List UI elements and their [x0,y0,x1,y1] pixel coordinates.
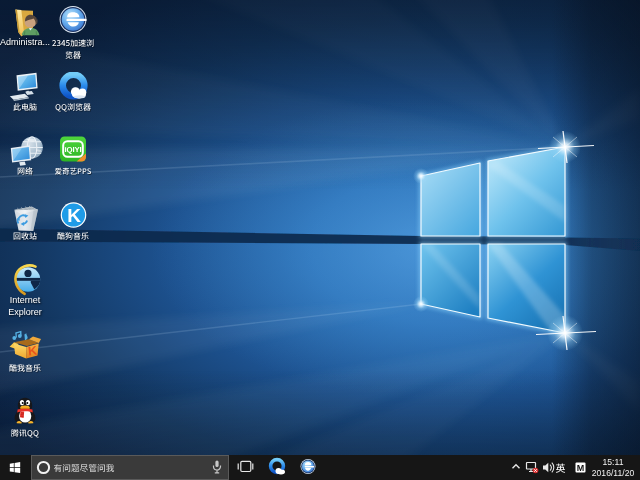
svg-text:2016/11/20: 2016/11/20 [592,468,635,478]
svg-text:15:11: 15:11 [603,457,624,467]
svg-text:M: M [577,463,585,473]
